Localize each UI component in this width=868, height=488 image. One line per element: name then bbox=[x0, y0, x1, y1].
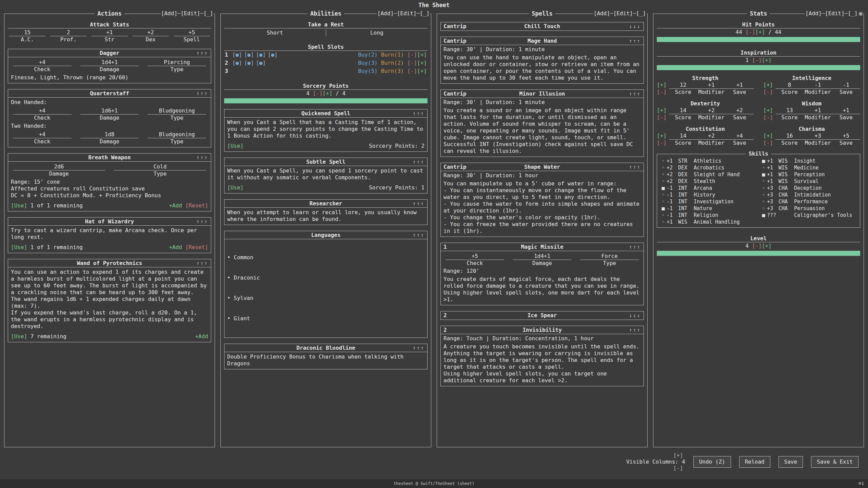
skill-sleight-of-hand[interactable]: ◦+2DEXSleight of Hand bbox=[660, 171, 757, 178]
collapse-arrows-icon[interactable]: ↑↑↑ bbox=[629, 38, 641, 44]
spell-slot-checkbox[interactable]: [●] bbox=[232, 60, 242, 66]
score-minus-button[interactable]: [-] bbox=[657, 89, 669, 96]
score-minus-button[interactable]: [-] bbox=[763, 140, 775, 146]
burn-button[interactable]: Burn(1) bbox=[381, 52, 404, 58]
slot-minus-button[interactable]: [-] bbox=[407, 68, 417, 74]
collapse-arrows-icon[interactable]: ↑↑↑ bbox=[629, 164, 641, 170]
burn-button[interactable]: Burn(2) bbox=[381, 60, 404, 66]
edit-button[interactable]: [Edit] bbox=[825, 10, 845, 17]
slot-minus-button[interactable]: [-] bbox=[407, 52, 417, 58]
skill-history[interactable]: ◦-1INTHistory bbox=[660, 191, 757, 198]
undo-button[interactable]: Undo (Z) bbox=[693, 456, 731, 468]
skill-athletics[interactable]: ◦+1STRAthletics bbox=[660, 158, 757, 164]
score-minus-button[interactable]: [-] bbox=[763, 89, 775, 96]
window-icon[interactable]: ▣ bbox=[859, 10, 862, 17]
reorder-arrows-icon[interactable]: ↑↑↑ bbox=[196, 90, 208, 97]
use-button[interactable]: [Use] bbox=[227, 184, 243, 191]
score-minus-button[interactable]: [-] bbox=[657, 140, 669, 146]
use-button[interactable]: [Use] bbox=[11, 202, 27, 209]
score-plus-button[interactable]: [+] bbox=[763, 107, 775, 114]
short-rest-button[interactable]: Short bbox=[224, 29, 326, 36]
reorder-arrows-icon[interactable]: ↑↑↑ bbox=[413, 200, 425, 207]
hp-minus-button[interactable]: [-] bbox=[745, 29, 755, 35]
expand-arrows-icon[interactable]: ↓↓↓ bbox=[629, 312, 641, 319]
skill-perception[interactable]: ■+1WISPerception bbox=[760, 171, 857, 178]
reorder-arrows-icon[interactable]: ↑↑↑ bbox=[196, 154, 208, 161]
reorder-arrows-icon[interactable]: ↑↑↑ bbox=[413, 232, 425, 239]
burn-button[interactable]: Burn(3) bbox=[381, 68, 404, 75]
slot-plus-button[interactable]: [+] bbox=[417, 68, 427, 74]
reorder-arrows-icon[interactable]: ↑↑↑ bbox=[196, 260, 208, 267]
spell-slot-checkbox[interactable]: [●] bbox=[244, 52, 254, 58]
use-button[interactable]: [Use] bbox=[11, 333, 27, 340]
add-button[interactable]: [Add] bbox=[377, 10, 394, 17]
skill-nature[interactable]: ■-1INTNature bbox=[660, 205, 757, 212]
minimize-button[interactable]: [_] bbox=[203, 10, 213, 17]
score-minus-button[interactable]: [-] bbox=[763, 114, 775, 121]
skill-medicine[interactable]: ◦+1WISMedicine bbox=[760, 164, 857, 171]
slot-plus-button[interactable]: [+] bbox=[417, 52, 427, 58]
reorder-arrows-icon[interactable]: ↑↑↑ bbox=[413, 110, 425, 117]
spell-slot-checkbox[interactable]: [●] bbox=[256, 52, 266, 58]
use-button[interactable]: [Use] bbox=[11, 244, 27, 250]
edit-button[interactable]: [Edit] bbox=[181, 10, 200, 17]
expand-arrows-icon[interactable]: ↓↓↓ bbox=[629, 23, 641, 30]
skill-acrobatics[interactable]: ◦+2DEXAcrobatics bbox=[660, 164, 757, 171]
collapse-arrows-icon[interactable]: ↑↑↑ bbox=[629, 327, 641, 333]
reorder-arrows-icon[interactable]: ↑↑↑ bbox=[413, 345, 425, 351]
reset-button[interactable]: [Reset] bbox=[185, 202, 208, 209]
level-plus-button[interactable]: [+] bbox=[762, 243, 772, 249]
spell-slot-checkbox[interactable]: [●] bbox=[232, 52, 242, 58]
collapse-arrows-icon[interactable]: ↑↑↑ bbox=[629, 90, 641, 97]
columns-plus-button[interactable]: [+] bbox=[673, 452, 685, 459]
buy-button[interactable]: Buy(3) bbox=[358, 60, 378, 66]
level-minus-button[interactable]: [-] bbox=[752, 243, 762, 249]
sorcery-plus-button[interactable]: [+] bbox=[322, 90, 332, 97]
save-exit-button[interactable]: Save & Exit bbox=[811, 456, 859, 468]
skill-stealth[interactable]: ◦+2DEXStealth bbox=[660, 178, 757, 185]
score-plus-button[interactable]: [+] bbox=[763, 82, 775, 89]
score-plus-button[interactable]: [+] bbox=[657, 107, 669, 114]
add-button[interactable]: [Add] bbox=[805, 10, 822, 17]
inspiration-plus-button[interactable]: [+] bbox=[762, 57, 772, 63]
score-plus-button[interactable]: [+] bbox=[657, 133, 669, 140]
skill-arcana[interactable]: ■-1INTArcana bbox=[660, 185, 757, 191]
add-charge-button[interactable]: +Add bbox=[195, 333, 208, 340]
edit-button[interactable]: [Edit] bbox=[613, 10, 633, 17]
skill-performance[interactable]: ◦+3CHAPerformance bbox=[760, 198, 857, 205]
score-plus-button[interactable]: [+] bbox=[657, 82, 669, 89]
spell-slot-checkbox[interactable]: [●] bbox=[268, 52, 278, 58]
save-button[interactable]: Save bbox=[778, 456, 803, 468]
long-rest-button[interactable]: Long bbox=[326, 29, 428, 36]
score-minus-button[interactable]: [-] bbox=[657, 114, 669, 121]
slot-minus-button[interactable]: [-] bbox=[407, 60, 417, 66]
spell-slot-checkbox[interactable]: [●] bbox=[256, 60, 266, 66]
add-button[interactable]: [Add] bbox=[161, 10, 177, 17]
inspiration-minus-button[interactable]: [-] bbox=[752, 57, 762, 63]
spell-slot-checkbox[interactable]: [●] bbox=[244, 60, 254, 66]
skill-deception[interactable]: ◦+3CHADeception bbox=[760, 185, 857, 191]
edit-button[interactable]: [Edit] bbox=[397, 10, 417, 17]
reload-button[interactable]: Reload bbox=[739, 456, 770, 468]
buy-button[interactable]: Buy(2) bbox=[358, 52, 378, 58]
hp-plus-button[interactable]: [+] bbox=[755, 29, 765, 35]
score-plus-button[interactable]: [+] bbox=[763, 133, 775, 140]
minimize-button[interactable]: [_] bbox=[420, 10, 430, 17]
slot-plus-button[interactable]: [+] bbox=[417, 60, 427, 66]
use-button[interactable]: [Use] bbox=[227, 143, 243, 149]
skill-persuasion[interactable]: ◦+3CHAPersuasion bbox=[760, 205, 857, 212]
skill-animal-handling[interactable]: ◦+1WISAnimal Handling bbox=[660, 219, 757, 225]
reorder-arrows-icon[interactable]: ↑↑↑ bbox=[196, 218, 208, 225]
add-charge-button[interactable]: +Add bbox=[169, 244, 182, 250]
reorder-arrows-icon[interactable]: ↑↑↑ bbox=[413, 159, 425, 165]
reorder-arrows-icon[interactable]: ↑↑↑ bbox=[196, 50, 208, 57]
skill-intimidation[interactable]: ◦+3CHAIntimidation bbox=[760, 191, 857, 198]
minimize-button[interactable]: [_] bbox=[636, 10, 646, 17]
skill-investigation[interactable]: ◦-1INTInvestigation bbox=[660, 198, 757, 205]
add-charge-button[interactable]: +Add bbox=[169, 202, 182, 209]
skill-religion[interactable]: ◦-1INTReligion bbox=[660, 212, 757, 219]
buy-button[interactable]: Buy(5) bbox=[358, 68, 378, 75]
columns-minus-button[interactable]: [-] bbox=[673, 465, 685, 471]
skill-survival[interactable]: ◦+1WISSurvival bbox=[760, 178, 857, 185]
collapse-arrows-icon[interactable]: ↑↑↑ bbox=[629, 244, 641, 250]
